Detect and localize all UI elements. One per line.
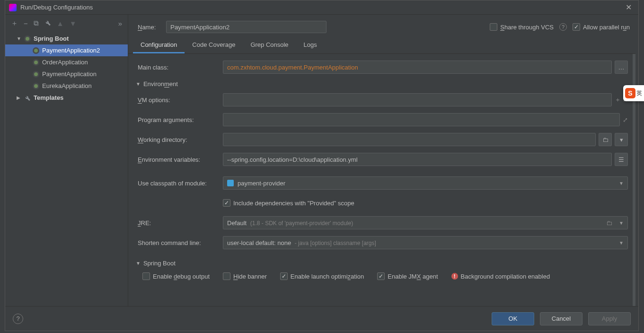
shorten-command-select[interactable]: user-local default: none - java [options… [223,236,628,249]
tab-code-coverage[interactable]: Code Coverage [185,37,243,53]
working-dir-input[interactable] [223,133,596,146]
main-class-input[interactable]: com.zxhtom.cloud.payment.PaymentApplicat… [223,61,612,74]
vm-options-label: VM options: [138,96,223,104]
classpath-module-label: Use classpath of module: [138,180,223,187]
jre-select[interactable]: Default (1.8 - SDK of 'payment-provider'… [223,216,628,229]
run-debug-dialog: Run/Debug Configurations ✕ ＋ − ⧉ ▲ ▼ » ▼ [5,0,639,331]
enable-launch-opt-checkbox[interactable]: Enable launch optimization [280,272,364,280]
down-icon[interactable]: ▼ [70,19,77,27]
springboot-icon [33,59,39,66]
name-input[interactable] [166,21,326,33]
ime-indicator[interactable]: S 英 [623,85,644,101]
add-icon[interactable]: ＋ [11,19,18,28]
ime-badge-icon: S [625,88,635,98]
config-tree: ▼ Spring Boot PaymentApplication2 OrderA… [5,32,128,306]
classpath-module-select[interactable]: payment-provider ▼ [223,176,628,190]
tree-item-orderapp[interactable]: OrderApplication [5,56,128,68]
program-args-input[interactable] [223,113,620,126]
module-icon [227,180,234,186]
tree-item-paymentapp2[interactable]: PaymentApplication2 [5,44,128,56]
springboot-icon [33,83,39,89]
tree-group-springboot[interactable]: ▼ Spring Boot [5,33,128,44]
springboot-icon [33,71,39,78]
dropdown-icon[interactable]: ▾ [615,133,628,146]
name-row: Name: Share through VCS ? Allow parallel… [128,15,635,35]
titlebar: Run/Debug Configurations ✕ [5,0,638,15]
tabs: Configuration Code Coverage Grep Console… [128,37,635,54]
wrench-icon[interactable] [44,19,51,27]
window-title: Run/Debug Configurations [20,4,623,11]
springboot-icon [33,47,39,54]
share-vcs-checkbox[interactable]: Share through VCS [490,23,554,31]
chevron-down-icon: ▼ [17,36,23,41]
help-icon[interactable]: ? [13,314,23,324]
name-label: Name: [138,24,160,31]
enable-jmx-checkbox[interactable]: Enable JMX agent [377,272,438,280]
wrench-icon [24,95,31,101]
main-class-label: Main class: [138,64,223,71]
chevron-right-icon: ▶ [17,95,23,100]
hide-banner-checkbox[interactable]: Hide banner [223,272,267,280]
folder-icon: 🗀 [606,219,612,227]
program-args-label: Program arguments: [138,116,223,123]
config-toolbar: ＋ − ⧉ ▲ ▼ » [5,15,128,32]
environment-section[interactable]: ▼ Environment [136,80,628,88]
tab-configuration[interactable]: Configuration [133,37,185,53]
bg-compile-warning: ! Background compilation enabled [451,273,550,280]
chevron-down-icon: ▼ [136,261,141,266]
tree-item-paymentapp[interactable]: PaymentApplication [5,68,128,80]
ok-button[interactable]: OK [492,312,534,325]
list-icon[interactable]: ☰ [615,153,628,166]
remove-icon[interactable]: − [24,19,28,27]
close-icon[interactable]: ✕ [623,3,635,12]
springboot-icon [24,35,31,42]
shorten-label: Shorten command line: [138,239,223,246]
up-icon[interactable]: ▲ [57,19,64,27]
vm-options-input[interactable] [223,93,612,106]
left-pane: ＋ − ⧉ ▲ ▼ » ▼ Spring Boot Pa [5,15,128,306]
cancel-button[interactable]: Cancel [540,312,582,325]
working-dir-label: Working directory: [138,136,223,143]
dialog-footer: ? OK Cancel Apply [5,306,638,331]
jre-label: JRE: [138,219,223,227]
copy-icon[interactable]: ⧉ [34,19,39,27]
chevron-down-icon: ▼ [615,181,624,186]
chevron-down-icon: ▼ [615,220,624,226]
tab-grep-console[interactable]: Grep Console [243,37,296,53]
tree-item-eurekaapp[interactable]: EurekaApplication [5,80,128,92]
chevron-down-icon: ▼ [615,240,624,245]
form-area: Main class: com.zxhtom.cloud.payment.Pay… [128,54,635,306]
error-icon: ! [451,273,458,280]
collapse-icon[interactable]: » [118,19,122,27]
intellij-icon [9,4,17,11]
expand-icon[interactable]: ⤢ [623,116,628,123]
help-icon[interactable]: ? [559,23,567,31]
folder-icon[interactable]: 🗀 [599,133,612,146]
apply-button[interactable]: Apply [588,312,631,325]
tree-group-templates[interactable]: ▶ Templates [5,92,128,104]
env-vars-input[interactable]: --spring.config.location=D:\cloud\applic… [223,153,612,166]
right-pane: Name: Share through VCS ? Allow parallel… [128,15,638,306]
chevron-down-icon: ▼ [136,81,141,87]
env-vars-label: Environment variables: [138,156,223,163]
tab-logs[interactable]: Logs [296,37,325,53]
allow-parallel-checkbox[interactable]: Allow parallel run [573,23,630,31]
springboot-section[interactable]: ▼ Spring Boot [136,260,628,267]
include-provided-checkbox[interactable]: Include dependencies with "Provided" sco… [223,199,354,207]
enable-debug-checkbox[interactable]: Enable debug output [142,272,210,280]
browse-class-button[interactable]: … [615,61,628,74]
